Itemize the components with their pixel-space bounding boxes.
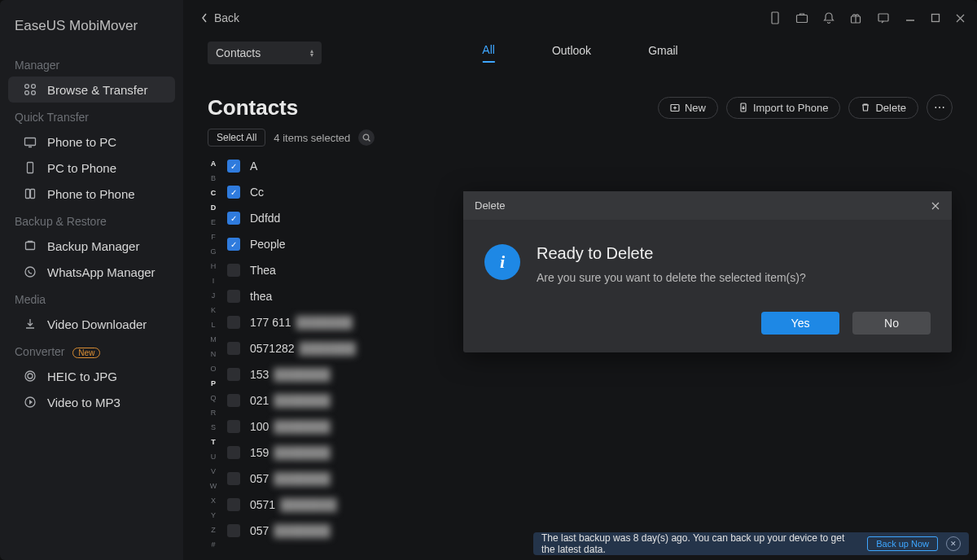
contact-name: Thea	[250, 264, 276, 277]
alpha-letter[interactable]: U	[211, 449, 217, 464]
alpha-letter[interactable]: T	[211, 435, 216, 449]
alpha-letter[interactable]: B	[211, 171, 216, 186]
alpha-letter[interactable]: A	[211, 156, 217, 171]
maximize-button[interactable]	[931, 13, 940, 23]
contact-checkbox[interactable]	[227, 160, 240, 173]
svg-rect-6	[26, 190, 30, 199]
svg-point-10	[25, 371, 35, 381]
contact-row[interactable]: 159███████	[227, 440, 953, 466]
contact-name: 057	[250, 472, 269, 485]
alpha-letter[interactable]: C	[211, 186, 217, 200]
bell-icon[interactable]	[823, 11, 835, 24]
alpha-letter[interactable]: V	[211, 464, 216, 479]
contact-checkbox[interactable]	[227, 342, 240, 355]
svg-point-2	[25, 91, 29, 95]
contact-checkbox[interactable]	[227, 186, 240, 199]
tab-outlook[interactable]: Outlook	[552, 44, 591, 62]
alpha-letter[interactable]: S	[211, 420, 216, 435]
alpha-letter[interactable]: G	[210, 244, 216, 259]
sidebar-item-video-downloader[interactable]: Video Downloader	[8, 311, 175, 337]
alpha-letter[interactable]: F	[211, 230, 216, 244]
redacted-text: ███████	[274, 420, 330, 433]
contact-checkbox[interactable]	[227, 238, 240, 251]
close-button[interactable]	[955, 13, 966, 24]
modal-no-button[interactable]: No	[852, 312, 931, 335]
alpha-letter[interactable]: R	[211, 405, 217, 420]
alpha-letter[interactable]: W	[210, 479, 217, 493]
contact-checkbox[interactable]	[227, 446, 240, 459]
contact-checkbox[interactable]	[227, 498, 240, 511]
contact-checkbox[interactable]	[227, 212, 240, 225]
category-select[interactable]: Contacts ▴▾	[208, 42, 322, 64]
contact-checkbox[interactable]	[227, 420, 240, 433]
contact-row[interactable]: 153███████	[227, 361, 953, 387]
contact-checkbox[interactable]	[227, 290, 240, 303]
new-button[interactable]: New	[658, 97, 718, 119]
more-button[interactable]: ⋯	[927, 94, 953, 120]
sidebar-item-whatsapp-manager[interactable]: WhatsApp Manager	[8, 259, 175, 285]
alpha-letter[interactable]: #	[211, 537, 215, 552]
modal-yes-button[interactable]: Yes	[761, 312, 839, 335]
sidebar-item-pc-to-phone[interactable]: PC to Phone	[8, 155, 175, 181]
contact-checkbox[interactable]	[227, 264, 240, 277]
alpha-letter[interactable]: L	[211, 317, 215, 332]
tab-gmail[interactable]: Gmail	[648, 44, 678, 62]
sidebar-item-phone-to-pc[interactable]: Phone to PC	[8, 129, 175, 155]
contact-checkbox[interactable]	[227, 368, 240, 381]
contact-checkbox[interactable]	[227, 316, 240, 329]
backup-now-button[interactable]: Back up Now	[867, 536, 938, 551]
banner-close-button[interactable]: ✕	[946, 536, 961, 551]
alpha-letter[interactable]: D	[211, 200, 217, 215]
sidebar-item-heic-to-jpg[interactable]: HEIC to JPG	[8, 363, 175, 389]
contact-row[interactable]: 057███████	[227, 466, 953, 492]
sidebar-item-video-to-mp3[interactable]: Video to MP3	[8, 389, 175, 415]
contact-name: Cc	[250, 186, 264, 199]
sidebar-item-phone-to-phone[interactable]: Phone to Phone	[8, 181, 175, 207]
alpha-letter[interactable]: H	[211, 259, 217, 273]
alpha-index[interactable]: ABCDEFGHIJKLMNOPQRSTUVWXYZ#	[208, 153, 219, 560]
gift-icon[interactable]	[849, 11, 862, 24]
delete-modal: Delete i Ready to Delete Are you sure yo…	[463, 191, 952, 352]
alpha-letter[interactable]: O	[210, 361, 216, 376]
delete-button[interactable]: Delete	[848, 97, 918, 119]
sidebar-item-browse-transfer[interactable]: Browse & Transfer	[8, 77, 175, 103]
sidebar-item-backup-manager[interactable]: Backup Manager	[8, 233, 175, 259]
tab-all[interactable]: All	[482, 43, 495, 63]
modal-heading: Ready to Delete	[537, 244, 806, 263]
alpha-letter[interactable]: X	[211, 493, 216, 508]
svg-rect-16	[932, 15, 940, 22]
alpha-letter[interactable]: P	[211, 376, 216, 391]
contact-checkbox[interactable]	[227, 394, 240, 407]
alpha-letter[interactable]: Z	[211, 523, 216, 537]
import-button[interactable]: Import to Phone	[726, 97, 841, 119]
alpha-letter[interactable]: I	[212, 273, 215, 288]
back-button[interactable]: Back	[195, 8, 246, 28]
items-selected-text: 4 items selected	[274, 132, 350, 144]
download-icon	[23, 317, 37, 331]
sidebar-item-label: Video to MP3	[47, 396, 165, 409]
section-converter: Converter New	[0, 337, 183, 363]
device-icon[interactable]	[769, 11, 781, 24]
modal-close-button[interactable]	[931, 201, 940, 211]
contact-checkbox[interactable]	[227, 524, 240, 537]
contact-row[interactable]: 0571███████	[227, 492, 953, 518]
search-button[interactable]	[358, 129, 375, 146]
alpha-letter[interactable]: Q	[210, 391, 216, 405]
alpha-letter[interactable]: K	[211, 303, 216, 317]
alpha-letter[interactable]: N	[211, 347, 217, 361]
alpha-letter[interactable]: Y	[211, 508, 216, 523]
contact-row[interactable]: 100███████	[227, 413, 953, 440]
select-all-button[interactable]: Select All	[208, 129, 265, 147]
sidebar-item-label: HEIC to JPG	[47, 370, 165, 383]
alpha-letter[interactable]: M	[210, 332, 217, 347]
alpha-letter[interactable]: E	[211, 215, 216, 230]
minimize-button[interactable]	[905, 12, 916, 24]
contact-name: 0571	[250, 498, 275, 511]
contact-checkbox[interactable]	[227, 472, 240, 485]
contact-row[interactable]: A	[227, 153, 953, 179]
alpha-letter[interactable]: J	[212, 288, 216, 303]
contact-row[interactable]: 021███████	[227, 387, 953, 413]
feedback-icon[interactable]	[877, 12, 890, 24]
toolbox-icon[interactable]	[795, 12, 808, 24]
contact-name: 100	[250, 420, 269, 433]
